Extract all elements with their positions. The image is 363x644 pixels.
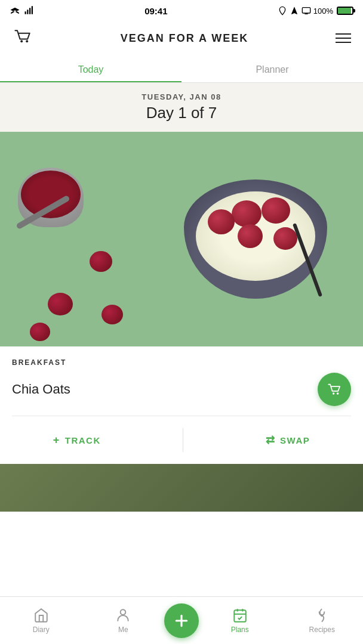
loose-cherry-3 xyxy=(101,305,123,324)
track-button[interactable]: + TRACK xyxy=(53,434,101,447)
status-right: 100% xyxy=(278,6,353,16)
battery-icon xyxy=(337,7,353,15)
cherry-2 xyxy=(208,209,235,234)
meal-type-label: BREAKFAST xyxy=(12,358,351,367)
svg-rect-13 xyxy=(234,610,246,622)
cart-icon[interactable] xyxy=(12,26,33,50)
action-row: + TRACK ⇄ SWAP xyxy=(0,416,363,464)
track-label: TRACK xyxy=(65,435,101,445)
status-bar: 09:41 100% xyxy=(0,0,363,21)
nav-plans-label: Plans xyxy=(231,626,249,634)
svg-point-10 xyxy=(121,609,126,615)
cherry-4 xyxy=(238,224,263,248)
svg-rect-4 xyxy=(302,8,310,13)
action-divider xyxy=(183,428,183,452)
plus-icon: + xyxy=(53,434,60,447)
add-to-cart-button[interactable] xyxy=(318,373,351,406)
swap-button[interactable]: ⇄ SWAP xyxy=(266,434,310,447)
top-nav: VEGAN FOR A WEEK xyxy=(0,21,363,57)
cherry-3 xyxy=(262,197,290,224)
meal-name: Chia Oats xyxy=(12,382,70,397)
next-meal-preview xyxy=(0,464,363,512)
day-label: Day 1 of 7 xyxy=(12,104,351,122)
svg-point-7 xyxy=(26,40,28,42)
signal-icon xyxy=(24,6,35,16)
svg-rect-3 xyxy=(32,6,33,14)
airplane-icon xyxy=(10,7,20,15)
nav-add-button[interactable] xyxy=(164,603,199,638)
bottom-nav: Diary Me Plans Recipes xyxy=(0,596,363,644)
tabs: Today Planner xyxy=(0,57,363,83)
navigate-icon xyxy=(290,6,299,16)
tab-planner[interactable]: Planner xyxy=(182,57,363,82)
food-image-inner xyxy=(0,132,363,346)
cherry-1 xyxy=(232,200,262,227)
cherry-5 xyxy=(273,227,297,250)
svg-point-17 xyxy=(321,614,322,615)
nav-diary-label: Diary xyxy=(33,626,50,634)
hamburger-menu-icon[interactable] xyxy=(336,33,351,43)
loose-cherry-2 xyxy=(48,293,73,315)
swap-label: SWAP xyxy=(280,435,310,445)
date-section: TUESDAY, JAN 08 Day 1 of 7 xyxy=(0,83,363,132)
svg-rect-0 xyxy=(25,11,26,14)
nav-me-label: Me xyxy=(118,626,128,634)
status-time: 09:41 xyxy=(144,6,167,16)
location-icon xyxy=(278,6,287,16)
svg-rect-1 xyxy=(27,10,28,14)
swap-icon: ⇄ xyxy=(266,434,276,447)
tab-today[interactable]: Today xyxy=(0,57,182,82)
date-label: TUESDAY, JAN 08 xyxy=(12,92,351,101)
status-left xyxy=(10,6,35,16)
nav-item-plans[interactable]: Plans xyxy=(199,608,281,634)
nav-item-me[interactable]: Me xyxy=(82,608,165,634)
nav-item-recipes[interactable]: Recipes xyxy=(281,608,364,634)
svg-rect-2 xyxy=(29,8,30,14)
food-image xyxy=(0,132,363,346)
svg-point-8 xyxy=(333,392,335,395)
app-title: VEGAN FOR A WEEK xyxy=(121,32,249,45)
meal-section: BREAKFAST Chia Oats xyxy=(0,346,363,416)
meal-item-row: Chia Oats xyxy=(12,373,351,416)
nav-item-diary[interactable]: Diary xyxy=(0,608,82,634)
screen-icon xyxy=(302,6,311,16)
nav-recipes-label: Recipes xyxy=(309,626,335,634)
battery-percent: 100% xyxy=(313,7,333,16)
svg-point-6 xyxy=(20,40,23,42)
preview-inner xyxy=(0,464,363,512)
svg-point-9 xyxy=(337,392,339,395)
loose-cherry-4 xyxy=(30,323,50,341)
loose-cherry-1 xyxy=(90,251,112,272)
